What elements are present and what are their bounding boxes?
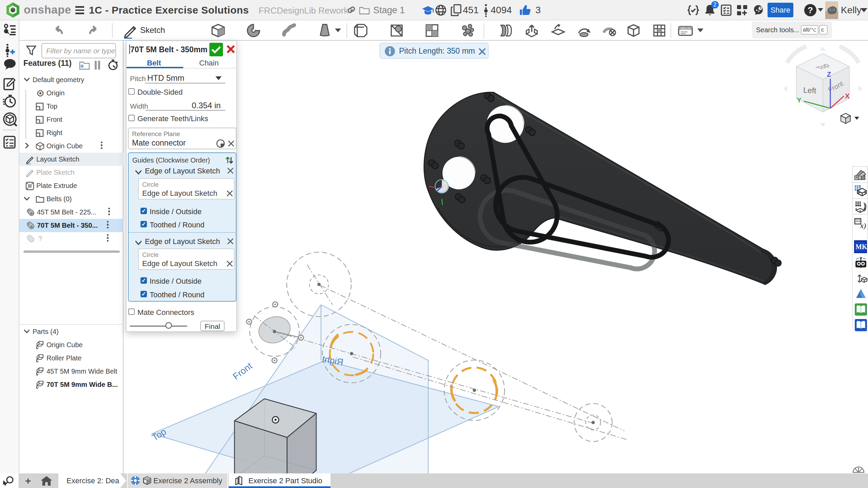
svg-text:X: X xyxy=(845,92,850,100)
svg-text:Front: Front xyxy=(231,361,254,382)
svg-text:Y: Y xyxy=(797,96,801,104)
svg-text:Left: Left xyxy=(803,86,816,95)
svg-text:x): x) xyxy=(860,221,866,229)
svg-text:HELLO: HELLO xyxy=(680,27,691,30)
svg-text:Z: Z xyxy=(827,71,831,78)
svg-text:?: ? xyxy=(808,5,813,15)
